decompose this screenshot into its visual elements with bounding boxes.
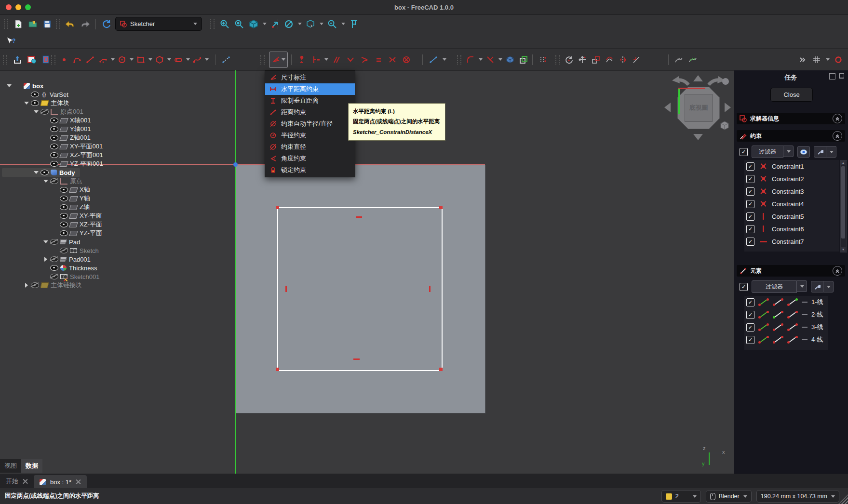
menu-item-auto-radius[interactable]: 约束自动半径/直径 xyxy=(265,118,355,130)
expand-arrow[interactable] xyxy=(42,239,49,244)
tree-item-origin[interactable]: 原点 xyxy=(2,177,103,186)
element-checkbox[interactable]: ✓ xyxy=(746,323,754,332)
element-checkbox[interactable]: ✓ xyxy=(746,311,754,319)
clipping-plane-icon[interactable] xyxy=(283,17,295,31)
expand-arrow[interactable] xyxy=(6,83,13,88)
tree-item-yzplane001[interactable]: YZ-平面001 xyxy=(2,159,103,168)
element-row[interactable]: ✓2-线 xyxy=(744,308,828,321)
external-geometry-icon[interactable] xyxy=(504,53,516,66)
elements-section[interactable]: 元素 xyxy=(737,265,845,277)
tree-item-zaxis001[interactable]: Z轴001 xyxy=(2,133,103,142)
create-arc-icon[interactable] xyxy=(97,53,109,66)
tree-item-xzplane001[interactable]: XZ-平面001 xyxy=(2,151,103,159)
create-polyline-icon[interactable] xyxy=(71,53,83,66)
leave-sketch-icon[interactable] xyxy=(12,53,23,66)
box-selection-icon[interactable] xyxy=(305,17,316,31)
visibility-eye-icon[interactable] xyxy=(60,187,68,193)
overlay-toggle-icon[interactable] xyxy=(829,73,835,80)
trim-edge-icon[interactable] xyxy=(485,53,496,66)
visibility-eye-icon[interactable] xyxy=(50,152,58,158)
scrollbar-thumb[interactable] xyxy=(841,166,845,239)
save-button[interactable] xyxy=(41,17,53,31)
constrain-block-icon[interactable] xyxy=(401,53,412,66)
expand-arrow[interactable] xyxy=(33,170,40,175)
rotate-left-arrow[interactable] xyxy=(671,76,690,89)
draw-style-cube-icon[interactable] xyxy=(248,17,259,31)
show-constraints-eye-button[interactable] xyxy=(797,146,810,158)
chevron-down-icon[interactable] xyxy=(130,58,134,61)
bspline-comb-icon[interactable] xyxy=(687,53,699,66)
nav-cube-face[interactable]: 底視圖 xyxy=(685,94,713,122)
grid-toggle-icon[interactable] xyxy=(811,53,822,66)
nav-up-arrow[interactable] xyxy=(693,75,703,81)
menu-item-vertical-distance[interactable]: 限制垂直距离 xyxy=(265,95,355,106)
elements-settings-button[interactable] xyxy=(811,281,823,292)
refresh-icon[interactable] xyxy=(101,17,112,31)
tree-item-zaxis[interactable]: Z轴 xyxy=(2,203,103,212)
tree-item-yaxis001[interactable]: Y轴001 xyxy=(2,125,103,133)
navigation-style-selector[interactable]: Blender xyxy=(706,490,752,503)
bspline-degree-icon[interactable] xyxy=(673,53,685,66)
chevron-down-icon[interactable] xyxy=(826,58,830,61)
symmetry-tool-icon[interactable] xyxy=(617,53,629,66)
select-dof-icon[interactable] xyxy=(537,53,549,66)
layer-selector[interactable]: 2 xyxy=(661,490,701,503)
constraint-row[interactable]: ✓Constraint2 xyxy=(744,172,839,185)
visibility-eye-icon[interactable] xyxy=(31,100,39,106)
sketch-rectangle[interactable] xyxy=(277,207,443,371)
chevron-down-icon[interactable] xyxy=(186,58,190,61)
constraint-row[interactable]: ✓Constraint7 xyxy=(744,235,839,248)
visibility-eye-icon[interactable] xyxy=(60,204,68,210)
menu-item-lock[interactable]: 锁定约束 xyxy=(265,164,355,176)
filter-dropdown-icon[interactable] xyxy=(797,280,807,292)
stop-operation-icon[interactable] xyxy=(833,53,844,66)
chevron-down-icon[interactable] xyxy=(341,23,345,25)
constrain-horizontal-vertical-icon[interactable] xyxy=(310,53,322,66)
tree-item-xaxis[interactable]: X轴 xyxy=(2,186,103,194)
tree-item-origin001[interactable]: 原点001 xyxy=(2,107,103,116)
visibility-eye-icon[interactable] xyxy=(60,196,68,201)
nav-sphere[interactable] xyxy=(722,78,729,85)
rotate-tool-icon[interactable] xyxy=(563,53,575,66)
tab-document-box[interactable]: box : 1* xyxy=(34,475,87,489)
undo-icon[interactable] xyxy=(65,17,76,31)
visibility-eye-icon[interactable] xyxy=(50,144,58,149)
constrain-tangent-icon[interactable] xyxy=(359,53,370,66)
constraint-checkbox[interactable]: ✓ xyxy=(746,175,754,183)
tree-item-pad[interactable]: Pad xyxy=(2,238,103,246)
close-tab-icon[interactable] xyxy=(76,479,81,485)
elements-filter-checkbox[interactable]: ✓ xyxy=(740,283,748,291)
tab-start[interactable]: 开始 xyxy=(0,474,34,489)
tree-item-xzplane[interactable]: XZ-平面 xyxy=(2,220,103,229)
visibility-eye-icon[interactable] xyxy=(50,265,58,271)
view-sketch-icon[interactable] xyxy=(40,53,52,66)
construction-geometry-icon[interactable] xyxy=(220,53,232,66)
tree-item-sketch001[interactable]: Sketch001 xyxy=(2,272,103,281)
close-tab-icon[interactable] xyxy=(23,479,28,484)
zoom-tool-icon[interactable] xyxy=(326,17,338,31)
visibility-eye-icon[interactable] xyxy=(50,239,58,245)
visibility-eye-icon[interactable] xyxy=(31,92,39,97)
visibility-eye-icon[interactable] xyxy=(50,256,58,262)
nav-left-arrow[interactable] xyxy=(664,103,671,112)
visibility-eye-icon[interactable] xyxy=(50,135,58,141)
visibility-eye-icon[interactable] xyxy=(31,282,39,288)
tree-item-sketch[interactable]: Sketch xyxy=(2,246,103,255)
constraints-settings-button[interactable] xyxy=(814,146,826,158)
tree-item-xaxis001[interactable]: X轴001 xyxy=(2,116,103,125)
tree-item-varset[interactable]: {}VarSet xyxy=(2,90,103,99)
collapse-chevron-icon[interactable] xyxy=(833,266,842,276)
constraint-checkbox[interactable]: ✓ xyxy=(746,238,754,246)
workbench-selector[interactable]: Sketcher xyxy=(115,17,202,31)
element-row[interactable]: ✓1-线 xyxy=(744,296,828,308)
tree-item-xyplane[interactable]: XY-平面 xyxy=(2,212,103,220)
tab-view[interactable]: 视图 xyxy=(0,459,21,473)
menu-item-radius[interactable]: 半径约束 xyxy=(265,130,355,141)
collapse-chevron-icon[interactable] xyxy=(833,131,842,141)
menu-item-angle[interactable]: 角度约束 xyxy=(265,153,355,164)
expand-arrow[interactable] xyxy=(33,109,40,114)
constrain-parallel-icon[interactable] xyxy=(331,53,342,66)
chevron-down-icon[interactable] xyxy=(205,58,209,61)
solver-messages-section[interactable]: 求解器信息 xyxy=(737,113,845,124)
constraint-checkbox[interactable]: ✓ xyxy=(746,187,754,196)
